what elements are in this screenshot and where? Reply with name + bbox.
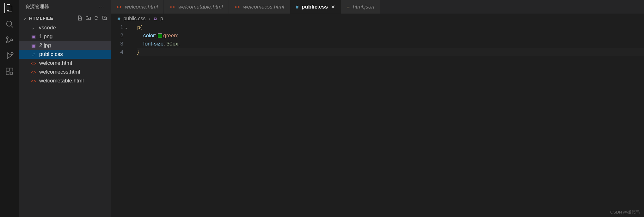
code-token: : [163, 41, 165, 47]
json-file-icon: ≡ [347, 4, 350, 9]
html-file-icon: <> [30, 78, 37, 84]
line-number: 4 [120, 49, 123, 55]
tree-folder-vscode[interactable]: ⌄ .vscode [19, 23, 111, 32]
symbol-icon: ⧉ [154, 16, 157, 21]
watermark: CSDN @搬代码 [610, 209, 640, 215]
sidebar-section-header[interactable]: ⌄ HTMLFILE [19, 13, 111, 23]
file-tree: ⌄ .vscode ▣ 1.png ▣ 2.jpg # public.css <… [19, 23, 111, 85]
tree-file-2jpg[interactable]: ▣ 2.jpg [19, 41, 111, 50]
chevron-down-icon: ⌄ [30, 26, 35, 30]
new-folder-icon[interactable] [85, 15, 92, 21]
tree-label: 1.png [39, 33, 53, 40]
css-file-icon: # [296, 4, 298, 9]
code-token: } [137, 49, 139, 55]
tab-public-css[interactable]: # public.css ✕ [290, 0, 341, 14]
tree-label: welcome.html [39, 60, 72, 66]
tab-label: welcometable.html [178, 4, 223, 10]
close-icon[interactable]: ✕ [331, 4, 335, 10]
tab-welcome-html[interactable]: <> welcome.html [111, 0, 164, 14]
breadcrumbs[interactable]: # public.css › ⧉ p [111, 14, 644, 23]
section-actions [77, 15, 108, 21]
html-file-icon: <> [30, 61, 37, 66]
collapse-all-icon[interactable] [101, 15, 108, 21]
code-token: : [155, 33, 156, 39]
tree-file-publiccss[interactable]: # public.css [19, 50, 111, 59]
sidebar-title: 资源管理器 [25, 4, 49, 10]
code-token: ; [178, 41, 180, 47]
html-file-icon: <> [30, 69, 37, 75]
explorer-icon[interactable] [4, 3, 15, 13]
line-number: 1 [120, 24, 123, 30]
tab-welcomecss-html[interactable]: <> welcomecss.html [229, 0, 290, 14]
section-name: HTMLFILE [29, 15, 53, 21]
breadcrumb-file[interactable]: public.css [123, 16, 145, 21]
tab-welcometable-html[interactable]: <> welcometable.html [164, 0, 229, 14]
search-icon[interactable] [4, 19, 15, 29]
refresh-icon[interactable] [93, 15, 100, 21]
tab-html-json[interactable]: ≡ html.json [341, 0, 380, 14]
activity-bar [0, 0, 19, 217]
explorer-sidebar: 资源管理器 ⋯ ⌄ HTMLFILE ⌄ .vscode ▣ 1.png [19, 0, 111, 217]
svg-rect-8 [6, 72, 9, 75]
breadcrumb-separator: › [149, 16, 150, 21]
svg-point-2 [6, 37, 8, 39]
image-file-icon: ▣ [30, 43, 37, 48]
code-token: green [163, 33, 177, 39]
tree-file-1png[interactable]: ▣ 1.png [19, 32, 111, 41]
editor-area: <> welcome.html <> welcometable.html <> … [111, 0, 644, 217]
fold-icon[interactable]: ⌄ [125, 23, 128, 32]
css-file-icon: # [30, 52, 37, 57]
image-file-icon: ▣ [30, 34, 37, 39]
editor-tabs: <> welcome.html <> welcometable.html <> … [111, 0, 644, 14]
code-content[interactable]: p{ color: green; font-size: 30px; } [130, 23, 644, 217]
tab-label: html.json [353, 4, 374, 10]
svg-rect-9 [10, 72, 12, 74]
tree-file-welcomecsshtml[interactable]: <> welcomecss.html [19, 68, 111, 76]
tree-label: welcometable.html [39, 78, 84, 84]
line-number: 2 [120, 33, 123, 39]
svg-rect-6 [6, 68, 9, 71]
tree-label: public.css [39, 51, 63, 57]
html-file-icon: <> [235, 4, 240, 9]
tab-label: welcome.html [125, 4, 158, 10]
html-file-icon: <> [116, 4, 122, 9]
new-file-icon[interactable] [77, 15, 83, 21]
sidebar-more-icon[interactable]: ⋯ [98, 3, 104, 10]
tab-label: public.css [302, 4, 328, 10]
tree-file-welcomehtml[interactable]: <> welcome.html [19, 59, 111, 68]
svg-line-1 [11, 26, 13, 27]
tree-label: welcomecss.html [39, 69, 80, 75]
source-control-icon[interactable] [4, 35, 15, 45]
line-gutter: 1⌄ 2 3 4 [111, 23, 130, 217]
code-token: ; [177, 33, 179, 39]
chevron-down-icon: ⌄ [23, 16, 27, 21]
code-editor[interactable]: 1⌄ 2 3 4 p{ color: green; font-size: 30p… [111, 23, 644, 217]
breadcrumb-symbol[interactable]: p [160, 16, 163, 21]
tree-file-welcometablehtml[interactable]: <> welcometable.html [19, 76, 111, 85]
svg-point-0 [6, 21, 11, 26]
sidebar-header: 资源管理器 ⋯ [19, 0, 111, 13]
svg-point-5 [11, 52, 13, 55]
code-token: font-size [143, 41, 163, 47]
run-debug-icon[interactable] [4, 51, 15, 61]
svg-point-3 [6, 41, 8, 43]
css-file-icon: # [118, 16, 120, 21]
html-file-icon: <> [169, 4, 175, 9]
tab-label: welcomecss.html [243, 4, 284, 10]
line-number: 3 [120, 41, 123, 47]
svg-rect-7 [10, 68, 13, 71]
tree-label: .vscode [37, 25, 56, 31]
code-token: color [143, 33, 155, 39]
code-token: 30px [167, 41, 178, 47]
color-swatch-icon [158, 33, 162, 38]
extensions-icon[interactable] [4, 66, 15, 76]
code-token: { [140, 24, 142, 30]
tree-label: 2.jpg [39, 42, 51, 49]
